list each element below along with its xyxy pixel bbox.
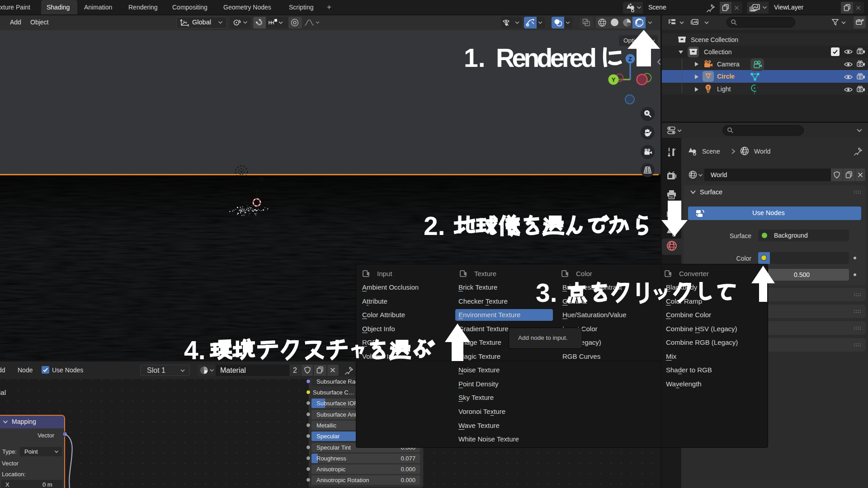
- svg-text:Z: Z: [628, 56, 632, 62]
- svg-text:Y: Y: [612, 76, 616, 83]
